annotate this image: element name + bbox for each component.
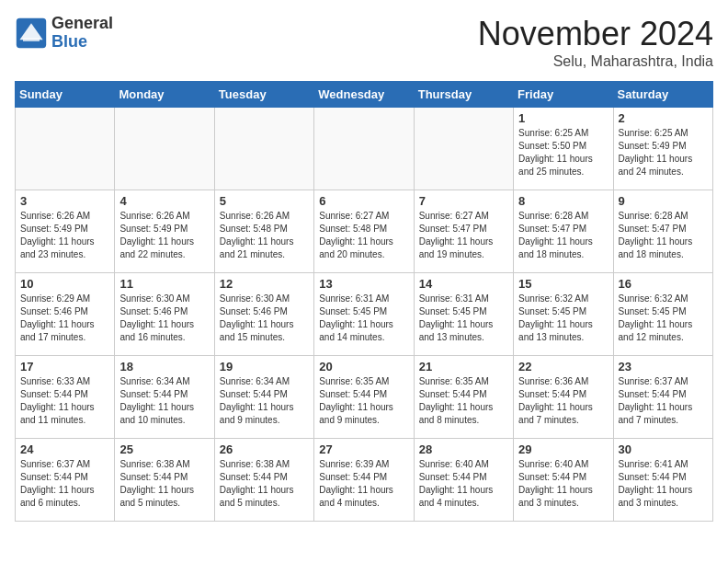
calendar-week-row: 3Sunrise: 6:26 AM Sunset: 5:49 PM Daylig… [16,190,713,273]
day-number: 2 [619,111,708,125]
day-number: 16 [619,277,708,291]
cell-info: Sunrise: 6:33 AM Sunset: 5:44 PM Dayligh… [20,375,109,427]
logo-blue: Blue [51,32,87,51]
weekday-header: Saturday [613,82,712,108]
calendar-cell: 1Sunrise: 6:25 AM Sunset: 5:50 PM Daylig… [514,108,613,190]
cell-info: Sunrise: 6:26 AM Sunset: 5:48 PM Dayligh… [220,210,309,261]
calendar-cell: 23Sunrise: 6:37 AM Sunset: 5:44 PM Dayli… [613,356,712,439]
cell-info: Sunrise: 6:32 AM Sunset: 5:45 PM Dayligh… [619,293,708,344]
day-number: 3 [20,194,109,208]
weekday-header: Tuesday [214,82,313,108]
cell-info: Sunrise: 6:40 AM Sunset: 5:44 PM Dayligh… [419,458,508,510]
calendar-cell [314,108,414,190]
weekday-header: Monday [115,82,214,108]
day-number: 13 [319,277,408,291]
calendar-cell [414,108,513,190]
day-number: 28 [419,442,508,456]
day-number: 23 [619,360,708,373]
day-number: 6 [319,194,408,208]
title-block: November 2024 Selu, Maharashtra, India [478,15,713,70]
calendar-cell: 9Sunrise: 6:28 AM Sunset: 5:47 PM Daylig… [613,190,712,273]
cell-info: Sunrise: 6:25 AM Sunset: 5:49 PM Dayligh… [619,127,708,178]
calendar-cell: 18Sunrise: 6:34 AM Sunset: 5:44 PM Dayli… [115,356,214,439]
logo-icon [15,17,48,50]
day-number: 8 [518,194,608,208]
calendar-cell: 14Sunrise: 6:31 AM Sunset: 5:45 PM Dayli… [414,273,513,356]
calendar-cell: 27Sunrise: 6:39 AM Sunset: 5:44 PM Dayli… [314,439,414,522]
day-number: 26 [220,442,309,456]
cell-info: Sunrise: 6:27 AM Sunset: 5:48 PM Dayligh… [319,210,408,261]
calendar-cell: 28Sunrise: 6:40 AM Sunset: 5:44 PM Dayli… [414,439,513,522]
cell-info: Sunrise: 6:34 AM Sunset: 5:44 PM Dayligh… [119,375,209,427]
weekday-header-row: SundayMondayTuesdayWednesdayThursdayFrid… [16,82,713,108]
cell-info: Sunrise: 6:26 AM Sunset: 5:49 PM Dayligh… [20,210,109,261]
calendar-cell: 24Sunrise: 6:37 AM Sunset: 5:44 PM Dayli… [16,439,115,522]
day-number: 24 [20,442,109,456]
cell-info: Sunrise: 6:31 AM Sunset: 5:45 PM Dayligh… [319,293,408,344]
day-number: 21 [419,360,508,373]
cell-info: Sunrise: 6:34 AM Sunset: 5:44 PM Dayligh… [220,375,309,427]
calendar-cell [214,108,313,190]
cell-info: Sunrise: 6:25 AM Sunset: 5:50 PM Dayligh… [518,127,608,178]
svg-rect-2 [23,38,40,41]
calendar-cell [16,108,115,190]
calendar-cell: 8Sunrise: 6:28 AM Sunset: 5:47 PM Daylig… [514,190,613,273]
calendar-cell: 2Sunrise: 6:25 AM Sunset: 5:49 PM Daylig… [613,108,712,190]
day-number: 27 [319,442,408,456]
calendar-cell: 20Sunrise: 6:35 AM Sunset: 5:44 PM Dayli… [314,356,414,439]
calendar-cell: 22Sunrise: 6:36 AM Sunset: 5:44 PM Dayli… [514,356,613,439]
calendar-cell: 30Sunrise: 6:41 AM Sunset: 5:44 PM Dayli… [613,439,712,522]
cell-info: Sunrise: 6:26 AM Sunset: 5:49 PM Dayligh… [119,210,209,261]
calendar-cell: 3Sunrise: 6:26 AM Sunset: 5:49 PM Daylig… [16,190,115,273]
day-number: 22 [518,360,608,373]
day-number: 17 [20,360,109,373]
day-number: 19 [220,360,309,373]
day-number: 20 [319,360,408,373]
calendar-table: SundayMondayTuesdayWednesdayThursdayFrid… [15,81,713,522]
cell-info: Sunrise: 6:28 AM Sunset: 5:47 PM Dayligh… [619,210,708,261]
logo-text: General Blue [51,15,113,52]
calendar-cell: 13Sunrise: 6:31 AM Sunset: 5:45 PM Dayli… [314,273,414,356]
day-number: 9 [619,194,708,208]
day-number: 25 [119,442,209,456]
cell-info: Sunrise: 6:30 AM Sunset: 5:46 PM Dayligh… [220,293,309,344]
logo-general: General [51,14,113,32]
cell-info: Sunrise: 6:36 AM Sunset: 5:44 PM Dayligh… [518,375,608,427]
calendar-week-row: 10Sunrise: 6:29 AM Sunset: 5:46 PM Dayli… [16,273,713,356]
weekday-header: Wednesday [314,82,414,108]
cell-info: Sunrise: 6:35 AM Sunset: 5:44 PM Dayligh… [419,375,508,427]
day-number: 10 [20,277,109,291]
calendar-week-row: 1Sunrise: 6:25 AM Sunset: 5:50 PM Daylig… [16,108,713,190]
page-header: General Blue November 2024 Selu, Maharas… [15,15,713,70]
calendar-cell: 17Sunrise: 6:33 AM Sunset: 5:44 PM Dayli… [16,356,115,439]
day-number: 12 [220,277,309,291]
calendar-cell: 6Sunrise: 6:27 AM Sunset: 5:48 PM Daylig… [314,190,414,273]
day-number: 4 [119,194,209,208]
day-number: 5 [220,194,309,208]
calendar-cell: 12Sunrise: 6:30 AM Sunset: 5:46 PM Dayli… [214,273,313,356]
calendar-cell: 10Sunrise: 6:29 AM Sunset: 5:46 PM Dayli… [16,273,115,356]
cell-info: Sunrise: 6:27 AM Sunset: 5:47 PM Dayligh… [419,210,508,261]
cell-info: Sunrise: 6:28 AM Sunset: 5:47 PM Dayligh… [518,210,608,261]
calendar-cell: 11Sunrise: 6:30 AM Sunset: 5:46 PM Dayli… [115,273,214,356]
calendar-cell [115,108,214,190]
cell-info: Sunrise: 6:38 AM Sunset: 5:44 PM Dayligh… [119,458,209,510]
cell-info: Sunrise: 6:38 AM Sunset: 5:44 PM Dayligh… [220,458,309,510]
calendar-cell: 4Sunrise: 6:26 AM Sunset: 5:49 PM Daylig… [115,190,214,273]
day-number: 18 [119,360,209,373]
location: Selu, Maharashtra, India [478,53,713,70]
calendar-cell: 7Sunrise: 6:27 AM Sunset: 5:47 PM Daylig… [414,190,513,273]
cell-info: Sunrise: 6:30 AM Sunset: 5:46 PM Dayligh… [119,293,209,344]
day-number: 14 [419,277,508,291]
calendar-cell: 5Sunrise: 6:26 AM Sunset: 5:48 PM Daylig… [214,190,313,273]
cell-info: Sunrise: 6:37 AM Sunset: 5:44 PM Dayligh… [20,458,109,510]
calendar-cell: 25Sunrise: 6:38 AM Sunset: 5:44 PM Dayli… [115,439,214,522]
day-number: 29 [518,442,608,456]
weekday-header: Thursday [414,82,513,108]
calendar-cell: 26Sunrise: 6:38 AM Sunset: 5:44 PM Dayli… [214,439,313,522]
cell-info: Sunrise: 6:31 AM Sunset: 5:45 PM Dayligh… [419,293,508,344]
logo: General Blue [15,15,113,52]
day-number: 11 [119,277,209,291]
cell-info: Sunrise: 6:37 AM Sunset: 5:44 PM Dayligh… [619,375,708,427]
weekday-header: Sunday [16,82,115,108]
